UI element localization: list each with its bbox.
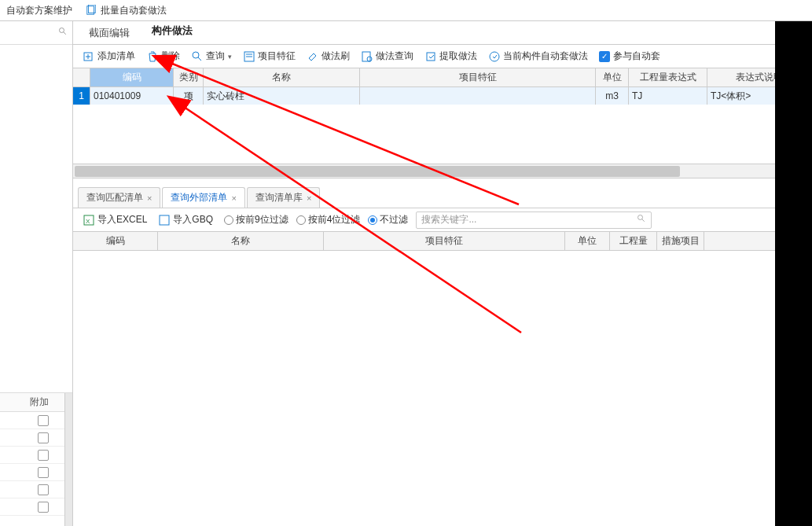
btn-label: 项目特征 (258, 50, 296, 63)
cell-expr[interactable]: TJ (629, 87, 707, 105)
left-search-row (0, 21, 72, 45)
col2-code[interactable]: 编码 (73, 232, 158, 250)
svg-line-3 (64, 32, 66, 35)
svg-line-8 (198, 57, 201, 61)
query-icon (191, 50, 204, 63)
search-input[interactable]: 搜索关键字... (416, 212, 652, 229)
radio-filter9[interactable]: 按前9位过滤 (224, 213, 288, 226)
col-code[interactable]: 编码 (90, 68, 174, 86)
btn-add-list[interactable]: 添加清单 (78, 47, 140, 66)
extract-icon (424, 50, 437, 63)
chk-join-auto[interactable]: ✓ 参与自动套 (594, 50, 665, 63)
grid2-header: 编码 名称 项目特征 单位 工程量 措施项目 (73, 232, 811, 251)
svg-text:X: X (86, 218, 90, 225)
col-expr[interactable]: 工程量表达式 (629, 68, 707, 86)
attach-row-3[interactable] (0, 447, 64, 464)
btn-label: 做法刷 (321, 50, 350, 63)
radio-label: 不过滤 (380, 213, 408, 226)
checkbox-checked-icon: ✓ (599, 51, 610, 62)
search-icon[interactable] (637, 214, 646, 226)
btn-label: 删除 (161, 50, 180, 63)
close-icon[interactable]: × (231, 193, 236, 203)
checkbox-icon[interactable] (38, 502, 49, 513)
btn-label: 导入GBQ (173, 213, 213, 226)
btn-label: 查询 (206, 50, 225, 63)
close-icon[interactable]: × (147, 193, 152, 203)
tab-section-edit[interactable]: 截面编辑 (78, 22, 141, 44)
btn-current-auto[interactable]: 当前构件自动套做法 (483, 47, 593, 66)
tab-label: 查询外部清单 (171, 191, 227, 204)
attach-row-5[interactable] (0, 481, 64, 498)
filter-radio-group: 按前9位过滤 按前4位过滤 不过滤 (224, 213, 408, 226)
col2-name[interactable]: 名称 (158, 232, 324, 250)
cell-name[interactable]: 实心砖柱 (204, 87, 360, 105)
svg-point-2 (60, 28, 64, 33)
col2-eng[interactable]: 工程量 (610, 232, 657, 250)
left-panel: 附加 (0, 21, 73, 526)
checkbox-icon[interactable] (38, 467, 49, 478)
tab-query-match-list[interactable]: 查询匹配清单× (78, 187, 160, 208)
col-category[interactable]: 类别 (174, 68, 204, 86)
btn-method-query[interactable]: 做法查询 (356, 47, 418, 66)
radio-nofilter[interactable]: 不过滤 (368, 213, 408, 226)
col-name[interactable]: 名称 (204, 68, 360, 86)
upper-grid: 编码 类别 名称 项目特征 单位 工程量表达式 表达式说明 1 01040100… (73, 68, 811, 178)
radio-filter4[interactable]: 按前4位过滤 (296, 213, 361, 226)
grid2-body (73, 251, 811, 526)
menu-item-label: 自动套方案维护 (6, 4, 72, 17)
lower-tabs: 查询匹配清单× 查询外部清单× 查询清单库× (73, 186, 811, 208)
close-icon[interactable]: × (307, 193, 311, 203)
btn-query[interactable]: 查询 ▾ (186, 47, 237, 66)
checkbox-icon[interactable] (38, 415, 49, 426)
top-menu: 自动套方案维护 批量自动套做法 (0, 0, 812, 21)
radio-label: 按前9位过滤 (236, 213, 288, 226)
grid1-row-1[interactable]: 1 010401009 项 实心砖柱 m3 TJ TJ<体积> (73, 87, 811, 105)
grid1-scrollbar[interactable] (73, 164, 811, 178)
btn-delete[interactable]: 删除 (141, 47, 185, 66)
col2-unit[interactable]: 单位 (565, 232, 610, 250)
checkbox-icon[interactable] (38, 450, 49, 461)
excel-icon: X (83, 214, 95, 226)
tab-query-external-list[interactable]: 查询外部清单× (162, 187, 244, 208)
menu-auto-scheme-maintain[interactable]: 自动套方案维护 (0, 0, 79, 20)
btn-method-brush[interactable]: 做法刷 (302, 47, 355, 66)
gbq-icon (158, 214, 171, 226)
left-scrollbar[interactable] (64, 393, 72, 526)
tab-label: 查询匹配清单 (86, 191, 143, 204)
btn-item-feature[interactable]: 项目特征 (238, 47, 300, 66)
checkbox-icon[interactable] (38, 484, 49, 495)
col2-measures[interactable]: 措施项目 (657, 232, 704, 250)
attach-row-4[interactable] (0, 464, 64, 481)
cell-code[interactable]: 010401009 (90, 87, 174, 105)
attach-row-6[interactable] (0, 498, 64, 516)
col-feature[interactable]: 项目特征 (360, 68, 596, 86)
lower-toolbar: X 导入EXCEL 导入GBQ 按前9位过滤 按前4位过滤 不过滤 搜索关键字.… (73, 208, 811, 232)
grid1-body: 1 010401009 项 实心砖柱 m3 TJ TJ<体积> (73, 87, 811, 163)
btn-label: 添加清单 (97, 50, 135, 63)
auto-icon (488, 50, 501, 63)
tab-label: 查询清单库 (255, 191, 303, 204)
col2-feature[interactable]: 项目特征 (324, 232, 565, 250)
cell-category[interactable]: 项 (174, 87, 204, 105)
col-unit[interactable]: 单位 (596, 68, 629, 86)
col-rownum (73, 68, 90, 86)
search-icon[interactable] (58, 27, 68, 39)
attach-row-1[interactable] (0, 412, 64, 429)
btn-import-excel[interactable]: X 导入EXCEL (78, 211, 152, 230)
btn-extract-method[interactable]: 提取做法 (420, 47, 482, 66)
tab-query-list-library[interactable]: 查询清单库× (247, 187, 320, 208)
attach-header: 附加 (0, 393, 64, 412)
cell-feature[interactable] (360, 87, 596, 105)
svg-point-19 (638, 215, 643, 220)
radio-icon (296, 215, 306, 225)
cell-unit[interactable]: m3 (596, 87, 629, 105)
btn-label: 导入EXCEL (97, 213, 147, 226)
attach-row-2[interactable] (0, 429, 64, 447)
svg-point-13 (367, 57, 372, 61)
tab-component-method[interactable]: 构件做法 (141, 20, 204, 44)
checkbox-icon[interactable] (38, 432, 49, 443)
menu-item-label: 批量自动套做法 (101, 4, 167, 17)
attach-label: 附加 (30, 395, 49, 409)
btn-import-gbq[interactable]: 导入GBQ (153, 211, 218, 230)
menu-batch-auto-method[interactable]: 批量自动套做法 (79, 0, 173, 20)
